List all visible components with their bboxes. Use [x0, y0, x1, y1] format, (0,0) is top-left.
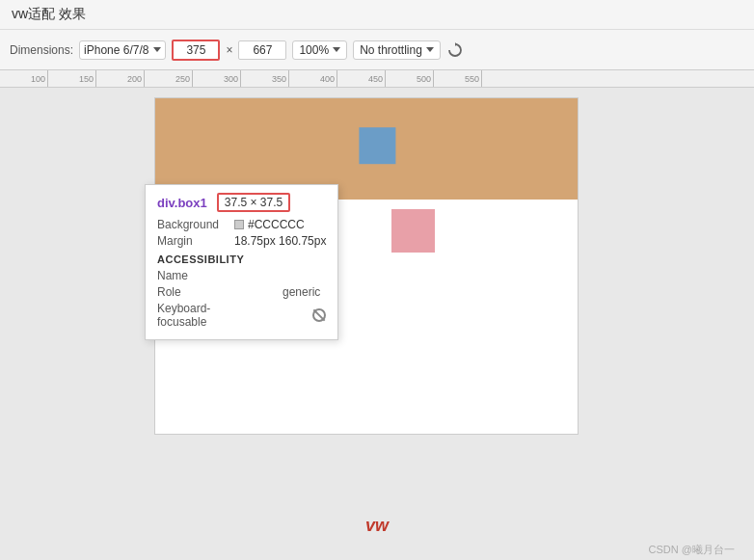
viewport: div.box1 37.5 × 37.5 Background #CCCCCC … — [0, 88, 754, 560]
ruler-tick: 100 — [0, 70, 48, 87]
ruler-tick: 500 — [386, 70, 434, 87]
zoom-value: 100% — [299, 43, 329, 57]
margin-label: Margin — [157, 234, 234, 248]
no-focusable-icon — [312, 308, 326, 322]
throttle-label: No throttling — [360, 43, 422, 57]
accessibility-section-title: ACCESSIBILITY — [157, 253, 326, 265]
background-value: #CCCCCC — [234, 218, 305, 231]
ruler-tick: 400 — [289, 70, 337, 87]
device-chevron-icon — [153, 47, 161, 52]
name-row: Name — [157, 269, 326, 282]
page-title: vw适配 效果 — [12, 6, 86, 21]
background-label: Background — [157, 218, 234, 231]
vw-watermark: vw — [365, 516, 389, 536]
ruler-tick: 200 — [96, 70, 145, 87]
zoom-chevron-icon — [333, 47, 340, 52]
element-name: div.box1 — [157, 196, 207, 210]
background-row: Background #CCCCCC — [157, 218, 326, 231]
throttle-chevron-icon — [426, 47, 434, 52]
zoom-selector[interactable]: 100% — [292, 40, 347, 60]
element-tooltip: div.box1 37.5 × 37.5 Background #CCCCCC … — [145, 184, 338, 340]
ruler-tick: 300 — [193, 70, 241, 87]
ruler-content: 100 150 200 250 300 350 400 450 500 550 — [0, 70, 754, 87]
element-size-badge: 37.5 × 37.5 — [217, 193, 290, 212]
pink-box — [391, 209, 435, 253]
ruler-bar: 100 150 200 250 300 350 400 450 500 550 — [0, 70, 754, 88]
rotate-icon — [446, 41, 464, 59]
tooltip-header: div.box1 37.5 × 37.5 — [157, 193, 326, 212]
rotate-button[interactable] — [446, 41, 464, 59]
margin-row: Margin 18.75px 160.75px — [157, 234, 326, 248]
ruler-tick: 450 — [337, 70, 386, 87]
keyboard-row: Keyboard-focusable — [157, 302, 326, 329]
dimension-separator: × — [226, 43, 232, 57]
ruler-tick: 350 — [241, 70, 289, 87]
device-name: iPhone 6/7/8 — [84, 43, 148, 57]
keyboard-value — [312, 308, 326, 322]
margin-value: 18.75px 160.75px — [234, 234, 326, 248]
svg-marker-0 — [455, 42, 457, 46]
dimensions-label: Dimensions: — [10, 43, 73, 57]
csdn-watermark: CSDN @曦月台一 — [649, 543, 735, 557]
ruler-tick: 250 — [145, 70, 193, 87]
throttle-selector[interactable]: No throttling — [353, 40, 441, 60]
width-input[interactable] — [172, 40, 220, 61]
height-input[interactable] — [238, 40, 286, 60]
blue-box — [359, 127, 395, 164]
devtools-toolbar: Dimensions: iPhone 6/7/8 × 100% No throt… — [0, 30, 754, 70]
role-row: Role generic — [157, 285, 326, 299]
title-bar: vw适配 效果 — [0, 0, 754, 30]
ruler-tick: 150 — [48, 70, 96, 87]
role-label: Role — [157, 285, 234, 299]
color-swatch — [234, 220, 244, 229]
role-value: generic — [283, 285, 320, 299]
keyboard-label: Keyboard-focusable — [157, 302, 234, 329]
ruler-tick: 550 — [434, 70, 482, 87]
name-label: Name — [157, 269, 234, 282]
device-selector[interactable]: iPhone 6/7/8 — [79, 40, 166, 60]
